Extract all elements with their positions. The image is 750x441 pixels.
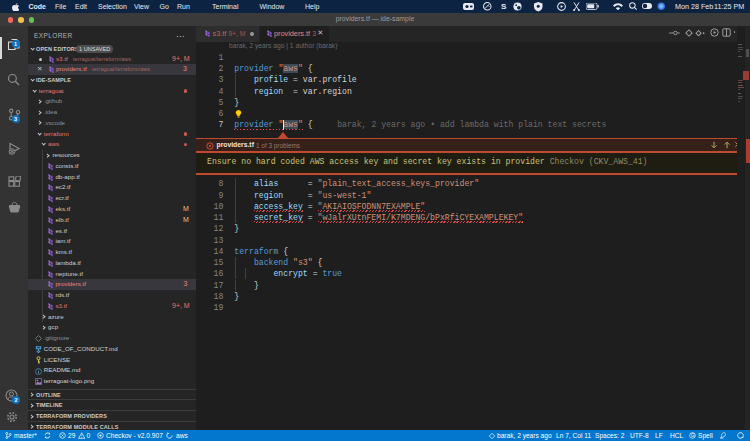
svg-text:G: G	[691, 433, 695, 438]
